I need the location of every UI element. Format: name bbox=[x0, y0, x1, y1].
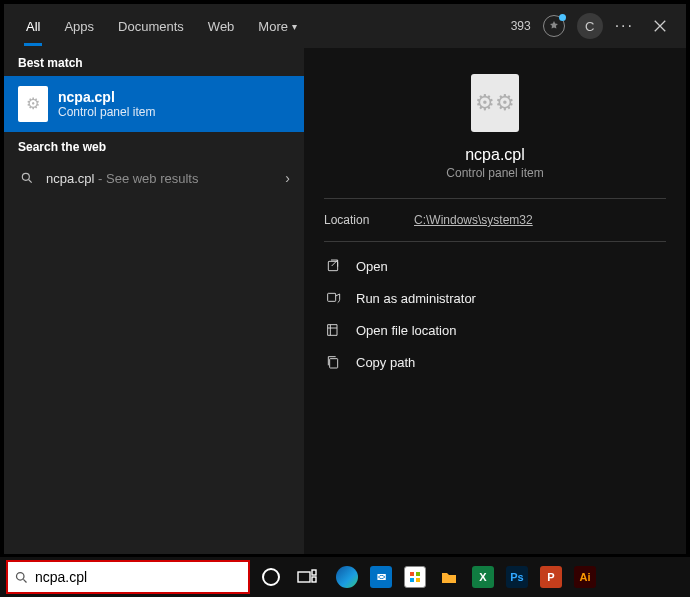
search-panel: All Apps Documents Web More ▾ 393 C ··· … bbox=[4, 4, 686, 554]
taskbar-app-excel[interactable]: X bbox=[468, 562, 498, 592]
header: All Apps Documents Web More ▾ 393 C ··· bbox=[4, 4, 686, 48]
taskbar-app-explorer[interactable] bbox=[434, 562, 464, 592]
taskbar-app-illustrator[interactable]: Ai bbox=[570, 562, 600, 592]
tab-all[interactable]: All bbox=[16, 4, 50, 48]
taskbar-apps: ✉XPsPAi bbox=[332, 562, 600, 592]
web-result-term: ncpa.cpl bbox=[46, 171, 94, 186]
task-view-icon bbox=[297, 569, 317, 585]
svg-rect-10 bbox=[410, 578, 414, 582]
taskbar-search-wrap bbox=[6, 560, 250, 594]
search-icon bbox=[18, 171, 36, 185]
notification-dot-icon bbox=[559, 14, 566, 21]
svg-rect-9 bbox=[416, 572, 420, 576]
location-label: Location bbox=[324, 213, 414, 227]
web-result-text: ncpa.cpl - See web results bbox=[46, 171, 275, 186]
best-match-result[interactable]: ⚙ ncpa.cpl Control panel item bbox=[4, 76, 304, 132]
best-match-subtitle: Control panel item bbox=[58, 105, 155, 119]
close-button[interactable] bbox=[646, 12, 674, 40]
action-open-file-location[interactable]: Open file location bbox=[314, 314, 676, 346]
search-scope-tabs: All Apps Documents Web More ▾ bbox=[16, 4, 307, 48]
action-runadmin-label: Run as administrator bbox=[356, 291, 476, 306]
gear-icon: ⚙⚙ bbox=[475, 90, 515, 116]
detail-subtitle: Control panel item bbox=[446, 166, 543, 180]
taskbar-app-mail[interactable]: ✉ bbox=[366, 562, 396, 592]
overflow-menu-button[interactable]: ··· bbox=[615, 17, 634, 35]
panel-body: Best match ⚙ ncpa.cpl Control panel item… bbox=[4, 48, 686, 554]
svg-rect-7 bbox=[312, 577, 316, 582]
results-column: Best match ⚙ ncpa.cpl Control panel item… bbox=[4, 48, 304, 554]
gear-icon: ⚙ bbox=[26, 96, 40, 112]
best-match-text: ncpa.cpl Control panel item bbox=[58, 89, 155, 119]
open-icon bbox=[324, 257, 342, 275]
chevron-down-icon: ▾ bbox=[292, 21, 297, 32]
best-match-heading: Best match bbox=[4, 48, 304, 76]
taskbar-app-edge[interactable] bbox=[332, 562, 362, 592]
taskbar-app-powerpoint[interactable]: P bbox=[536, 562, 566, 592]
control-panel-file-icon: ⚙ bbox=[18, 86, 48, 122]
search-web-heading: Search the web bbox=[4, 132, 304, 160]
action-open-label: Open bbox=[356, 259, 388, 274]
taskbar-app-photoshop[interactable]: Ps bbox=[502, 562, 532, 592]
svg-rect-6 bbox=[312, 570, 316, 575]
taskbar: ✉XPsPAi bbox=[0, 557, 690, 597]
svg-rect-11 bbox=[416, 578, 420, 582]
svg-rect-1 bbox=[328, 261, 337, 270]
cortana-button[interactable] bbox=[256, 562, 286, 592]
action-run-as-admin[interactable]: Run as administrator bbox=[314, 282, 676, 314]
svg-rect-3 bbox=[330, 359, 338, 368]
detail-header: ⚙⚙ ncpa.cpl Control panel item bbox=[304, 64, 686, 198]
location-row: Location C:\Windows\system32 bbox=[304, 199, 686, 241]
close-icon bbox=[653, 19, 667, 33]
folder-open-icon bbox=[324, 321, 342, 339]
action-openloc-label: Open file location bbox=[356, 323, 456, 338]
svg-point-0 bbox=[22, 173, 29, 180]
tab-documents[interactable]: Documents bbox=[108, 4, 194, 48]
taskbar-search[interactable] bbox=[8, 562, 248, 592]
action-copy-path[interactable]: Copy path bbox=[314, 346, 676, 378]
svg-rect-2 bbox=[328, 293, 336, 301]
best-match-title: ncpa.cpl bbox=[58, 89, 155, 105]
svg-rect-5 bbox=[298, 572, 310, 582]
tab-more[interactable]: More ▾ bbox=[248, 4, 307, 48]
rewards-points: 393 bbox=[511, 19, 531, 33]
shield-icon bbox=[324, 289, 342, 307]
cortana-icon bbox=[262, 568, 280, 586]
action-copypath-label: Copy path bbox=[356, 355, 415, 370]
actions-list: Open Run as administrator Open file loca… bbox=[304, 242, 686, 386]
task-view-button[interactable] bbox=[292, 562, 322, 592]
svg-rect-8 bbox=[410, 572, 414, 576]
detail-title: ncpa.cpl bbox=[465, 146, 525, 164]
tab-web[interactable]: Web bbox=[198, 4, 245, 48]
action-open[interactable]: Open bbox=[314, 250, 676, 282]
detail-column: ⚙⚙ ncpa.cpl Control panel item Location … bbox=[304, 48, 686, 554]
chevron-right-icon: › bbox=[285, 170, 290, 186]
web-result-suffix: - See web results bbox=[94, 171, 198, 186]
search-icon bbox=[14, 570, 29, 585]
header-right: 393 C ··· bbox=[511, 12, 674, 40]
tab-more-label: More bbox=[258, 19, 288, 34]
rewards-icon[interactable] bbox=[543, 15, 565, 37]
svg-point-4 bbox=[17, 572, 25, 580]
detail-file-icon: ⚙⚙ bbox=[471, 74, 519, 132]
user-avatar[interactable]: C bbox=[577, 13, 603, 39]
taskbar-search-input[interactable] bbox=[35, 569, 242, 585]
taskbar-app-store[interactable] bbox=[400, 562, 430, 592]
location-path-link[interactable]: C:\Windows\system32 bbox=[414, 213, 533, 227]
copy-icon bbox=[324, 353, 342, 371]
tab-apps[interactable]: Apps bbox=[54, 4, 104, 48]
web-result-row[interactable]: ncpa.cpl - See web results › bbox=[4, 160, 304, 196]
